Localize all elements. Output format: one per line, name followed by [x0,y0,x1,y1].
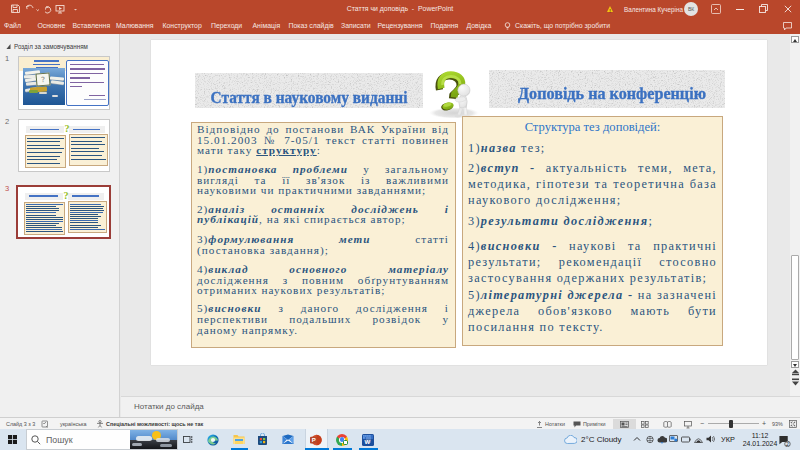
svg-text:2: 2 [786,440,789,446]
svg-text:W: W [365,438,371,444]
svg-text:P: P [312,437,316,443]
